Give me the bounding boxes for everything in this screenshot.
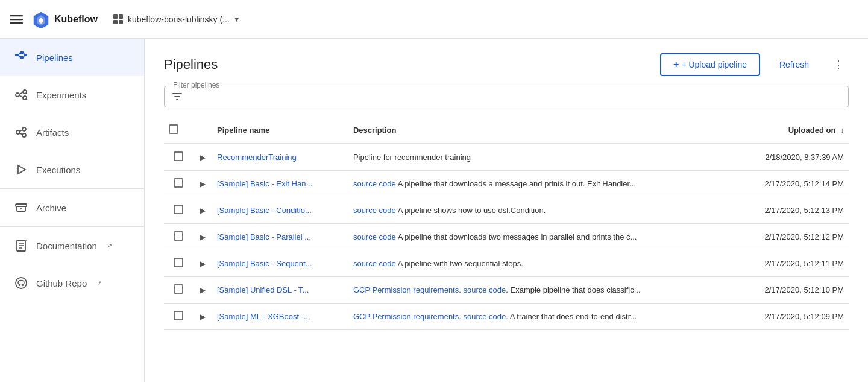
- pipeline-name-link[interactable]: [Sample] ML - XGBoost -...: [217, 312, 310, 321]
- row-expand-cell[interactable]: ▶: [193, 224, 212, 250]
- pipeline-name-cell[interactable]: [Sample] Basic - Conditio...: [212, 197, 348, 224]
- filter-box: Filter pipelines: [164, 86, 849, 107]
- pipeline-name-cell[interactable]: [Sample] ML - XGBoost -...: [212, 304, 348, 330]
- expand-icon: ▶: [200, 180, 206, 188]
- sidebar-item-archive[interactable]: Archive: [0, 189, 144, 226]
- description-text: A pipeline that downloads two messages i…: [396, 232, 637, 241]
- svg-line-22: [19, 95, 23, 97]
- sidebar-item-label: Experiments: [36, 90, 86, 100]
- row-0-checkbox[interactable]: [174, 151, 183, 161]
- th-pipeline-name[interactable]: Pipeline name: [212, 117, 348, 144]
- pipeline-description-cell: GCP Permission requirements. source code…: [348, 304, 734, 330]
- th-uploaded-on[interactable]: Uploaded on ↓: [734, 117, 849, 144]
- artifacts-icon: [14, 126, 28, 139]
- pipeline-name-link[interactable]: [Sample] Basic - Conditio...: [217, 206, 312, 215]
- row-4-checkbox[interactable]: [174, 258, 183, 267]
- pipeline-name-cell[interactable]: [Sample] Basic - Parallel ...: [212, 224, 348, 250]
- svg-rect-6: [113, 14, 118, 19]
- svg-line-27: [20, 133, 22, 135]
- pipeline-name-cell[interactable]: RecommenderTraining: [212, 144, 348, 171]
- description-link[interactable]: source code: [353, 259, 396, 268]
- pipeline-name-link[interactable]: [Sample] Basic - Parallel ...: [217, 232, 311, 241]
- pipeline-name-cell[interactable]: [Sample] Basic - Sequent...: [212, 250, 348, 277]
- svg-line-15: [19, 55, 20, 57]
- pipeline-name-link[interactable]: [Sample] Basic - Sequent...: [217, 259, 312, 268]
- project-selector[interactable]: kubeflow-boris-lublinsky (... ▼: [112, 13, 241, 25]
- svg-marker-28: [18, 165, 25, 174]
- svg-rect-0: [10, 15, 23, 16]
- description-link[interactable]: source code: [353, 232, 396, 241]
- row-expand-cell[interactable]: ▶: [193, 277, 212, 304]
- documentation-icon: ↗: [14, 239, 28, 252]
- pipeline-name-link[interactable]: [Sample] Unified DSL - T...: [217, 285, 309, 294]
- executions-icon: [14, 163, 28, 176]
- row-checkbox-cell: [164, 250, 193, 277]
- sidebar-item-pipelines[interactable]: Pipelines: [0, 39, 144, 76]
- sidebar-item-documentation[interactable]: ↗ Documentation ↗: [0, 227, 144, 264]
- project-dropdown-icon: ▼: [233, 15, 241, 24]
- expand-icon: ▶: [200, 286, 206, 294]
- pipeline-description-cell: source code A pipeline that downloads tw…: [348, 224, 734, 250]
- app-name: Kubeflow: [54, 14, 98, 25]
- th-select-all[interactable]: [164, 117, 193, 144]
- page-title: Pipelines: [164, 57, 650, 72]
- description-link[interactable]: source code: [353, 206, 396, 215]
- svg-rect-10: [15, 54, 19, 56]
- main-content: Pipelines + + Upload pipeline Refresh ⋮ …: [145, 39, 868, 382]
- pipeline-description-cell: source code A pipeline shows how to use …: [348, 197, 734, 224]
- row-expand-cell[interactable]: ▶: [193, 144, 212, 171]
- row-expand-cell[interactable]: ▶: [193, 197, 212, 224]
- row-6-checkbox[interactable]: [174, 311, 183, 320]
- upload-plus-icon: +: [673, 59, 679, 70]
- description-link[interactable]: GCP Permission requirements. source code: [353, 312, 506, 321]
- select-all-checkbox[interactable]: [169, 124, 178, 134]
- menu-icon[interactable]: [10, 13, 23, 26]
- svg-rect-13: [25, 54, 27, 56]
- row-expand-cell[interactable]: ▶: [193, 171, 212, 197]
- description-text: A pipeline with two sequential steps.: [396, 259, 523, 268]
- svg-rect-11: [20, 51, 24, 54]
- sidebar-item-artifacts[interactable]: Artifacts: [0, 113, 144, 151]
- table-row: ▶[Sample] Basic - Conditio...source code…: [164, 197, 849, 224]
- pipeline-name-link[interactable]: [Sample] Basic - Exit Han...: [217, 179, 312, 188]
- pipeline-name-cell[interactable]: [Sample] Basic - Exit Han...: [212, 171, 348, 197]
- row-expand-cell[interactable]: ▶: [193, 250, 212, 277]
- svg-rect-1: [10, 19, 23, 20]
- refresh-button[interactable]: Refresh: [770, 55, 819, 74]
- filter-section: Filter pipelines: [145, 86, 868, 117]
- svg-point-19: [23, 90, 27, 94]
- sidebar-item-label: Pipelines: [36, 53, 73, 63]
- uploaded-on-cell: 2/17/2020, 5:12:13 PM: [734, 197, 849, 224]
- pipeline-description-cell: Pipeline for recommender training: [348, 144, 734, 171]
- sidebar-item-label: Archive: [36, 203, 66, 213]
- github-icon: [14, 276, 28, 290]
- upload-button-label: + Upload pipeline: [681, 60, 747, 69]
- sidebar-item-executions[interactable]: Executions: [0, 151, 144, 188]
- pipeline-name-cell[interactable]: [Sample] Unified DSL - T...: [212, 277, 348, 304]
- filter-label: Filter pipelines: [171, 81, 222, 89]
- row-checkbox-cell: [164, 277, 193, 304]
- description-text: . A trainer that does end-to-end distr..…: [506, 312, 637, 321]
- sidebar-item-github[interactable]: Github Repo ↗: [0, 264, 144, 302]
- row-expand-cell[interactable]: ▶: [193, 304, 212, 330]
- row-5-checkbox[interactable]: [174, 284, 183, 294]
- uploaded-on-cell: 2/17/2020, 5:12:10 PM: [734, 277, 849, 304]
- description-text: . Example pipeline that does classific..…: [506, 285, 640, 294]
- pipeline-description-cell: GCP Permission requirements. source code…: [348, 277, 734, 304]
- more-options-button[interactable]: ⋮: [828, 53, 849, 76]
- sidebar-item-experiments[interactable]: Experiments: [0, 76, 144, 113]
- description-link[interactable]: GCP Permission requirements. source code: [353, 285, 506, 294]
- row-1-checkbox[interactable]: [174, 178, 183, 188]
- row-checkbox-cell: [164, 197, 193, 224]
- pipeline-name-link[interactable]: RecommenderTraining: [217, 153, 297, 162]
- table-row: ▶[Sample] Basic - Exit Han...source code…: [164, 171, 849, 197]
- svg-rect-2: [10, 22, 23, 24]
- row-2-checkbox[interactable]: [174, 205, 183, 214]
- th-pipeline-name-label: Pipeline name: [217, 126, 269, 135]
- upload-pipeline-button[interactable]: + + Upload pipeline: [660, 53, 760, 76]
- th-description[interactable]: Description: [348, 117, 734, 144]
- svg-point-24: [22, 127, 26, 131]
- row-3-checkbox[interactable]: [174, 231, 183, 241]
- description-link[interactable]: source code: [353, 179, 396, 188]
- pipelines-icon: [14, 51, 28, 64]
